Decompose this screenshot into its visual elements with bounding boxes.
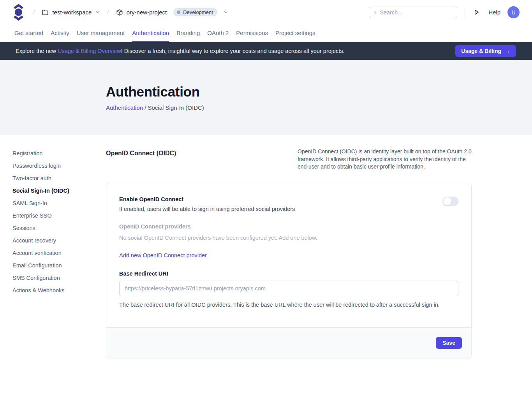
nav-tab-label: Permissions xyxy=(236,30,268,36)
sidebar-item-label: Sessions xyxy=(12,225,35,231)
header-divider xyxy=(465,8,465,17)
hero-section: Authentication Authentication / Social S… xyxy=(0,60,532,135)
nav-tab-label: Activity xyxy=(51,30,69,36)
save-button[interactable]: Save xyxy=(436,337,462,349)
base-redirect-uri-label: Base Redirect URI xyxy=(119,271,458,277)
help-link[interactable]: Help xyxy=(488,9,500,16)
sidebar-item-label: Passwordless login xyxy=(12,163,61,169)
usage-billing-banner: Explore the new Usage & Billing Overview… xyxy=(0,42,532,60)
breadcrumb-separator: / xyxy=(107,9,109,16)
banner-text-prefix: Explore the new xyxy=(16,48,58,54)
usage-billing-button[interactable]: Usage & Billing → xyxy=(455,45,516,57)
nav-tab-label: Get started xyxy=(14,30,43,36)
sidebar-item[interactable]: Sessions xyxy=(12,225,106,231)
search-icon xyxy=(373,9,376,16)
sidebar-item[interactable]: Two-factor auth xyxy=(12,176,106,181)
project-nav-tabs: Get started Activity User management Aut… xyxy=(0,25,532,42)
play-icon[interactable] xyxy=(472,9,480,16)
sidebar-item-label: SMS Configuration xyxy=(12,275,60,281)
nav-tab[interactable]: Get started xyxy=(14,25,43,42)
nav-tab-label: Authentication xyxy=(132,30,169,36)
package-icon xyxy=(116,9,123,16)
section-description: OpenID Connect (OIDC) is an identity lay… xyxy=(298,148,472,171)
sidebar-item-label: Account verification xyxy=(12,250,62,256)
breadcrumb-current: Social Sign-In (OIDC) xyxy=(148,104,204,111)
settings-sidebar: Registration Passwordless login Two-fact… xyxy=(12,148,106,358)
environment-dot-icon xyxy=(177,11,180,14)
project-selector[interactable]: ory-new-project Development xyxy=(116,8,228,16)
page: / test-workspace / ory-new-project Devel… xyxy=(0,0,532,404)
providers-empty-message: No social OpenID Connect providers have … xyxy=(119,235,458,241)
nav-tab[interactable]: OAuth 2 xyxy=(207,25,229,42)
enable-oidc-row: Enable OpenID Connect If enabled, users … xyxy=(119,196,458,212)
enable-oidc-label: Enable OpenID Connect xyxy=(119,196,295,202)
sidebar-item-label: Email Configuration xyxy=(12,262,62,269)
top-header: / test-workspace / ory-new-project Devel… xyxy=(0,0,532,25)
workspace-selector[interactable]: test-workspace xyxy=(42,9,100,16)
oidc-settings-card: Enable OpenID Connect If enabled, users … xyxy=(106,183,472,358)
main-panel: OpenID Connect (OIDC) OpenID Connect (OI… xyxy=(106,148,472,358)
environment-label: Development xyxy=(183,9,213,15)
enable-oidc-description: If enabled, users will be able to sign i… xyxy=(119,206,295,212)
chevron-down-icon xyxy=(223,10,228,15)
ory-logo-icon[interactable] xyxy=(12,4,25,21)
sidebar-item-label: Registration xyxy=(12,150,42,156)
sidebar-item[interactable]: Actions & Webhooks xyxy=(12,288,106,293)
sidebar-item[interactable]: Passwordless login xyxy=(12,163,106,169)
card-footer: Save xyxy=(106,327,471,358)
nav-tab-label: Project settings xyxy=(275,30,315,36)
sidebar-item-label: Social Sign-In (OIDC) xyxy=(12,188,69,194)
environment-badge: Development xyxy=(173,8,217,16)
nav-tab[interactable]: Authentication xyxy=(132,25,169,42)
sidebar-item-label: Enterprise SSO xyxy=(12,213,52,219)
sidebar-item[interactable]: Registration xyxy=(12,151,106,156)
avatar[interactable]: U xyxy=(507,6,520,18)
search-box[interactable] xyxy=(369,7,457,18)
nav-tab[interactable]: Permissions xyxy=(236,25,268,42)
banner-text: Explore the new Usage & Billing Overview… xyxy=(16,48,345,54)
nav-tab-label: OAuth 2 xyxy=(207,30,229,36)
sidebar-item[interactable]: SAML Sign-In xyxy=(12,200,106,206)
sidebar-item[interactable]: Enterprise SSO xyxy=(12,213,106,219)
folder-icon xyxy=(42,9,49,16)
nav-tab[interactable]: Project settings xyxy=(275,25,315,42)
section-header: OpenID Connect (OIDC) OpenID Connect (OI… xyxy=(106,148,472,171)
header-right: Help U xyxy=(369,6,520,18)
breadcrumb-authentication-link[interactable]: Authentication xyxy=(106,104,143,111)
toggle-knob xyxy=(443,197,451,206)
content: Registration Passwordless login Two-fact… xyxy=(0,135,532,358)
sidebar-item-label: Account recovery xyxy=(12,237,56,244)
nav-tab[interactable]: Branding xyxy=(176,25,200,42)
sidebar-item-label: Two-factor auth xyxy=(12,175,51,181)
sidebar-item-label: SAML Sign-In xyxy=(12,200,47,206)
section-title: OpenID Connect (OIDC) xyxy=(106,148,176,157)
breadcrumb: Authentication / Social Sign-In (OIDC) xyxy=(106,104,532,111)
project-name: ory-new-project xyxy=(127,9,167,16)
sidebar-item[interactable]: Email Configuration xyxy=(12,263,106,269)
search-input[interactable] xyxy=(380,9,453,16)
nav-tab[interactable]: Activity xyxy=(51,25,69,42)
add-provider-link[interactable]: Add new OpenID Connect provider xyxy=(119,252,207,258)
sidebar-item[interactable]: Social Sign-In (OIDC) xyxy=(12,188,106,194)
providers-label: OpenID Connect providers xyxy=(119,223,458,230)
base-redirect-uri-input[interactable] xyxy=(119,281,458,296)
workspace-name: test-workspace xyxy=(52,9,92,16)
enable-oidc-toggle[interactable] xyxy=(442,197,458,206)
nav-tab[interactable]: User management xyxy=(77,25,125,42)
usage-billing-button-label: Usage & Billing xyxy=(461,48,501,54)
breadcrumb-separator: / xyxy=(143,104,148,111)
banner-text-suffix: ! Discover a fresh, insightful way to ex… xyxy=(121,48,345,54)
enable-oidc-text: Enable OpenID Connect If enabled, users … xyxy=(119,196,295,212)
nav-tab-label: User management xyxy=(77,30,125,36)
sidebar-item-label: Actions & Webhooks xyxy=(12,287,65,293)
nav-tab-label: Branding xyxy=(176,30,200,36)
base-redirect-uri-help: The base redirect URI for all OIDC provi… xyxy=(119,302,458,308)
chevron-down-icon xyxy=(95,10,100,15)
sidebar-item[interactable]: SMS Configuration xyxy=(12,275,106,281)
card-body: Enable OpenID Connect If enabled, users … xyxy=(106,183,471,327)
arrow-right-icon: → xyxy=(505,48,510,54)
breadcrumb-separator: / xyxy=(33,9,35,16)
usage-billing-overview-link[interactable]: Usage & Billing Overview xyxy=(58,48,121,54)
sidebar-item[interactable]: Account recovery xyxy=(12,238,106,244)
sidebar-item[interactable]: Account verification xyxy=(12,250,106,256)
